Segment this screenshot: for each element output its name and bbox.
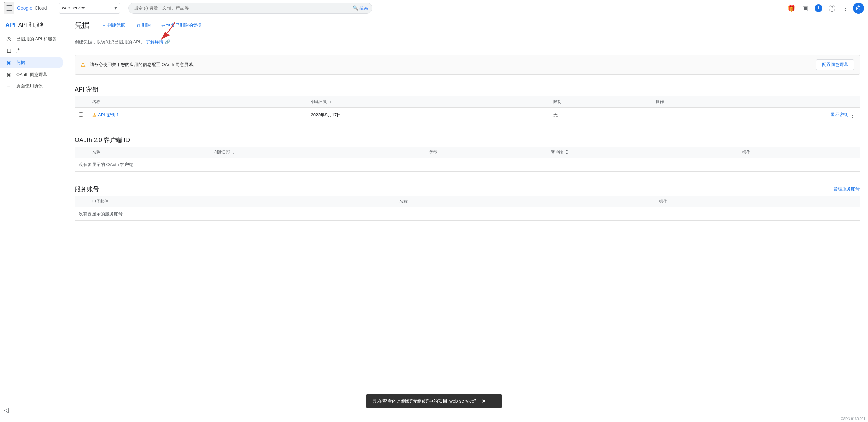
oauth-header-row: 名称 创建日期 ↓ 类型 客户端 ID 操作 xyxy=(75,147,860,158)
col-checkbox-sa xyxy=(75,196,88,207)
api-header-icon: API xyxy=(5,22,16,29)
api-key-warn-icon: ⚠ xyxy=(92,112,97,118)
sidebar-item-label-library: 库 xyxy=(16,48,21,54)
checkbox-api1[interactable] xyxy=(79,112,83,117)
row-checkbox-api1 xyxy=(75,108,88,122)
account-icon: 1 xyxy=(815,4,822,12)
sidebar-item-library[interactable]: ⊞ 库 xyxy=(0,45,63,57)
hamburger-button[interactable]: ☰ xyxy=(4,2,14,14)
oauth-empty-text: 没有要显示的 OAuth 客户端 xyxy=(75,158,860,172)
col-name-oauth: 名称 xyxy=(88,147,210,158)
manage-service-accounts-link[interactable]: 管理服务账号 xyxy=(833,186,860,192)
sa-header-row: 电子邮件 名称 ↑ 操作 xyxy=(75,196,860,207)
row-limit-api1: 无 xyxy=(549,108,652,122)
external-link-icon: 🔗 xyxy=(165,39,170,44)
sa-empty-text: 没有要显示的服务账号 xyxy=(75,207,860,221)
oauth-icon: ◉ xyxy=(5,71,12,78)
sort-icon-oauth: ↓ xyxy=(233,150,235,154)
sidebar-item-credentials[interactable]: ◉ 凭据 xyxy=(0,57,63,68)
api-key-1-link[interactable]: ⚠ API 密钥 1 xyxy=(92,112,303,118)
col-checkbox-api xyxy=(75,96,88,108)
sort-icon-api: ↓ xyxy=(330,100,332,104)
service-accounts-section: 服务账号 管理服务账号 电子邮件 名称 ↑ 操作 xyxy=(66,180,868,229)
restore-button[interactable]: ↩ 恢复已删除的凭据 xyxy=(157,20,206,31)
warning-banner: ⚠ 请务必使用关于您的应用的信息配置 OAuth 同意屏幕。 配置同意屏幕 xyxy=(75,55,860,75)
service-accounts-title: 服务账号 xyxy=(75,185,99,193)
api-key-1-name: API 密钥 1 xyxy=(98,112,119,118)
delete-icon: 🗑 xyxy=(136,23,140,28)
credentials-icon: ◉ xyxy=(5,59,12,66)
table-row: ⚠ API 密钥 1 2023年8月17日 无 显示密钥 ⋮ xyxy=(75,108,860,122)
search-button[interactable]: 🔍 搜索 xyxy=(349,3,372,14)
sidebar-item-enabled[interactable]: ◎ 已启用的 API 和服务 xyxy=(0,33,63,45)
google-logo-svg: Google Cloud xyxy=(17,5,54,11)
more-options-button[interactable]: ⋮ xyxy=(840,2,852,14)
col-action-api: 操作 xyxy=(652,96,860,108)
learn-more-link[interactable]: 了解详情 xyxy=(146,39,163,44)
warning-icon: ⚠ xyxy=(80,61,86,68)
row-name-api1: ⚠ API 密钥 1 xyxy=(88,108,307,122)
service-accounts-header-row: 服务账号 管理服务账号 xyxy=(75,180,860,196)
delete-button[interactable]: 🗑 删除 xyxy=(132,20,155,31)
info-bar: 创建凭据，以访问您已启用的 API。 了解详情 🔗 xyxy=(66,35,868,49)
project-selector[interactable]: web service ▾ xyxy=(59,3,120,14)
sidebar-header: API API 和服务 xyxy=(0,19,66,33)
svg-text:Cloud: Cloud xyxy=(35,5,47,11)
oauth-empty-row: 没有要显示的 OAuth 客户端 xyxy=(75,158,860,172)
project-name: web service xyxy=(62,5,112,11)
col-name-sa[interactable]: 名称 ↑ xyxy=(395,196,655,207)
sidebar-item-label-oauth: OAuth 同意屏幕 xyxy=(16,72,47,78)
search-input[interactable] xyxy=(128,3,372,14)
more-actions-button-api1[interactable]: ⋮ xyxy=(850,111,856,119)
oauth-section-title: OAuth 2.0 客户端 ID xyxy=(75,130,860,147)
google-cloud-logo: Google Cloud xyxy=(17,5,54,11)
info-text: 创建凭据，以访问您已启用的 API。 xyxy=(75,39,145,44)
gift-button[interactable]: 🎁 xyxy=(785,2,797,14)
account-badge-button[interactable]: 1 xyxy=(812,2,825,14)
nav-icons: 🎁 ▣ 1 ? ⋮ 尚 xyxy=(785,2,864,14)
chevron-down-icon: ▾ xyxy=(114,5,117,11)
avatar[interactable]: 尚 xyxy=(853,3,864,14)
plus-icon: ＋ xyxy=(102,22,106,28)
help-button[interactable]: ? xyxy=(826,2,838,14)
terminal-button[interactable]: ▣ xyxy=(799,2,811,14)
sidebar-item-oauth[interactable]: ◉ OAuth 同意屏幕 xyxy=(0,68,63,80)
search-icon: 🔍 xyxy=(353,5,358,11)
snackbar-close-button[interactable]: ✕ xyxy=(481,398,486,404)
help-icon: ? xyxy=(829,5,835,12)
col-created-api[interactable]: 创建日期 ↓ xyxy=(307,96,549,108)
api-keys-section: API 密钥 名称 创建日期 ↓ 限制 xyxy=(66,80,868,130)
col-name-api: 名称 xyxy=(88,96,307,108)
configure-consent-button[interactable]: 配置同意屏幕 xyxy=(816,59,854,70)
sidebar-item-label-enabled: 已启用的 API 和服务 xyxy=(16,36,57,42)
credentials-toolbar: 凭据 ＋ 创建凭据 🗑 删除 ↩ 恢复已删除的凭据 xyxy=(66,16,868,35)
create-credentials-button[interactable]: ＋ 创建凭据 xyxy=(98,20,129,31)
create-btn-label: 创建凭据 xyxy=(107,22,125,28)
svg-text:Google: Google xyxy=(17,5,32,11)
sidebar-header-text: API 和服务 xyxy=(18,22,45,29)
credentials-title: 凭据 xyxy=(75,20,90,31)
col-created-oauth[interactable]: 创建日期 ↓ xyxy=(210,147,425,158)
oauth-section: OAuth 2.0 客户端 ID 名称 创建日期 ↓ 类型 xyxy=(66,130,868,180)
sort-icon-sa: ↑ xyxy=(410,199,412,203)
snackbar-text: 现在查看的是组织"无组织"中的项目"web service" xyxy=(373,398,476,404)
sidebar-item-label-page-usage: 页面使用协议 xyxy=(16,83,43,89)
sidebar-item-page-usage[interactable]: ≡ 页面使用协议 xyxy=(0,80,63,92)
more-icon: ⋮ xyxy=(843,4,849,12)
enabled-icon: ◎ xyxy=(5,36,12,42)
col-email-sa: 电子邮件 xyxy=(88,196,395,207)
api-keys-table: 名称 创建日期 ↓ 限制 操作 xyxy=(75,96,860,122)
row-action-api1: 显示密钥 ⋮ xyxy=(652,108,860,122)
restore-icon: ↩ xyxy=(161,23,165,28)
col-type-oauth: 类型 xyxy=(425,147,547,158)
api-keys-header-row: 名称 创建日期 ↓ 限制 操作 xyxy=(75,96,860,108)
search-btn-label: 搜索 xyxy=(359,5,368,11)
delete-btn-label: 删除 xyxy=(142,22,151,28)
show-key-button[interactable]: 显示密钥 xyxy=(831,112,848,118)
collapse-sidebar-button[interactable]: ◁ xyxy=(3,405,10,415)
app-layout: API API 和服务 ◎ 已启用的 API 和服务 ⊞ 库 ◉ 凭据 ◉ OA… xyxy=(0,16,868,422)
search-bar: 🔍 搜索 xyxy=(128,3,372,14)
oauth-table: 名称 创建日期 ↓ 类型 客户端 ID 操作 xyxy=(75,147,860,172)
col-action-sa: 操作 xyxy=(655,196,860,207)
col-checkbox-oauth xyxy=(75,147,88,158)
